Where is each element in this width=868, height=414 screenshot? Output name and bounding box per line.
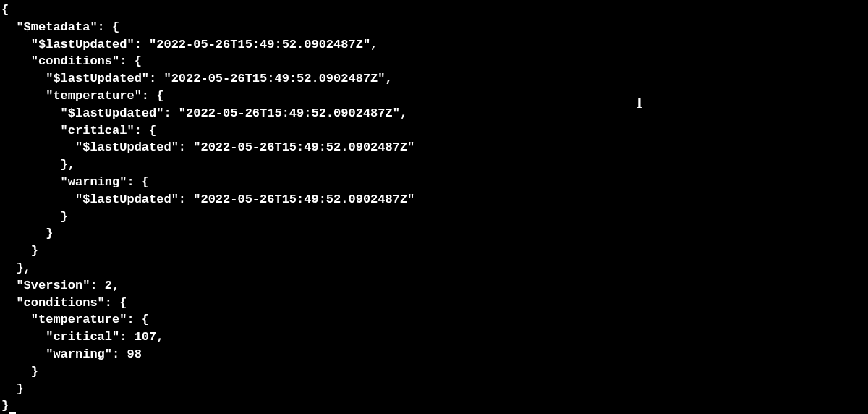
json-line: "conditions": { <box>1 296 127 310</box>
json-line: } <box>1 244 38 258</box>
json-line: } <box>1 210 68 224</box>
json-line: } <box>1 399 9 413</box>
json-line: } <box>1 365 38 379</box>
json-output[interactable]: { "$metadata": { "$lastUpdated": "2022-0… <box>1 1 868 414</box>
json-line: "warning": 98 <box>1 347 142 361</box>
json-line: }, <box>1 158 75 172</box>
json-line: "critical": { <box>1 124 156 138</box>
json-line: }, <box>1 261 31 275</box>
json-line: "$lastUpdated": "2022-05-26T15:49:52.090… <box>1 38 378 51</box>
json-line: "$version": 2, <box>1 279 119 292</box>
json-line: "conditions": { <box>1 54 142 68</box>
json-line: "$lastUpdated": "2022-05-26T15:49:52.090… <box>1 193 414 206</box>
json-line: { <box>1 3 9 17</box>
json-line: "$lastUpdated": "2022-05-26T15:49:52.090… <box>1 140 414 154</box>
json-line: "critical": 107, <box>1 330 163 344</box>
json-line: "temperature": { <box>1 89 163 103</box>
json-line: "temperature": { <box>1 313 149 326</box>
json-line: "$lastUpdated": "2022-05-26T15:49:52.090… <box>1 72 393 85</box>
json-line: "$metadata": { <box>1 20 119 34</box>
json-line: } <box>1 382 24 396</box>
json-line: "$lastUpdated": "2022-05-26T15:49:52.090… <box>1 106 407 120</box>
json-line: "warning": { <box>1 175 149 189</box>
json-line: } <box>1 227 53 240</box>
